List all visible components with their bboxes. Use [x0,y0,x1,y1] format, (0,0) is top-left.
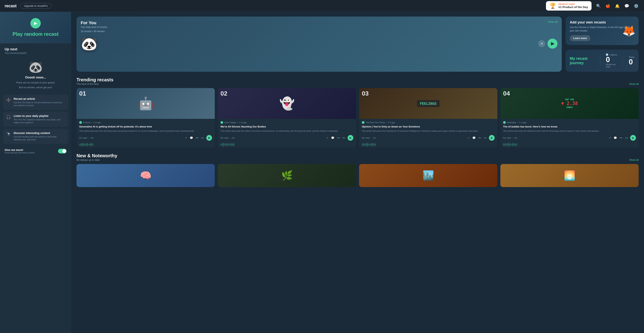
trending-card-0[interactable]: 🤖 01 F Fortune • 1 w ago Generative AI i… [76,88,215,148]
card-img-3: S&P 500 ▼ 2.38 INDEX [500,88,638,119]
share-button-1[interactable]: ↗ [325,136,329,140]
card-body-1: G Grim Tidings • 1 w ago We're All Ghost… [218,119,356,135]
card-actions-1: ↗ 💬 ••• ≡+ ▶ [325,135,353,141]
more-button-3[interactable]: ••• [619,136,623,140]
ph-title: #1 Product of the Day [558,6,588,9]
ghost-icon: 👻 [279,96,295,111]
comment-button-3[interactable]: 💬 [613,136,618,140]
share-button-3[interactable]: ↗ [608,136,612,140]
card-desc-1: This article discusses the nature of hum… [220,130,353,132]
more-button-1[interactable]: ••• [336,136,341,140]
new-noteworthy-show-all[interactable]: Show all [629,158,638,161]
card-play-button-3[interactable]: ▶ [630,135,636,141]
new-noteworthy-section: New & Noteworthy Be always up to date Sh… [76,153,638,187]
card-img-wrapper-0: 🤖 01 [76,88,215,119]
random-label: Play random recast [12,31,59,37]
add-recasts-panel: Add your own recasts Use the Chrome or S… [566,16,638,45]
card-play-button-2[interactable]: ▶ [489,135,495,141]
play-random-button[interactable]: ▶ [30,18,41,28]
daily-playlist-action[interactable]: 🎧 Listen to your daily playlist The "For… [3,112,68,127]
source-dot-1: G [220,121,223,124]
share-button-0[interactable]: ↗ [184,136,188,140]
card-num-2: 03 [362,90,369,97]
comment-button-0[interactable]: 💬 [189,136,194,140]
give-more-toggle[interactable] [58,149,66,154]
new-card-1[interactable]: 🌿 [218,164,356,187]
apple-button[interactable]: 🍎 [605,3,611,9]
journey-title: My recast journey [570,56,594,65]
comment-button-1[interactable]: 💬 [330,136,335,140]
for-you-header: For You Your daily dose of recasts Show … [81,20,558,28]
card-footer-1: 8m read → 2m ↗ 💬 ••• ≡+ ▶ [218,135,356,143]
card-title-3: The AI bubble has burst. Here's how we k… [503,125,636,128]
search-button[interactable]: 🔍 [595,3,602,9]
new-card-0[interactable]: 🧠 [76,164,215,187]
action-desc-1: The "For You" playlist is tailored to yo… [14,118,65,124]
lifetime-stat: 🔄 Lifetime 0 Words not read [606,54,617,68]
card-img-2: FEELINGS [359,88,497,119]
card-play-button-0[interactable]: ▶ [206,135,212,141]
right-panels: Add your own recasts Use the Chrome or S… [566,16,638,72]
upnext-subtitle: Your personal playlist [4,52,66,54]
trending-card-3[interactable]: S&P 500 ▼ 2.38 INDEX 04 M Mashable • [500,88,638,148]
message-button[interactable]: 💬 [624,3,630,9]
settings-button[interactable]: ⚙️ [633,3,640,9]
queue-add-button-1[interactable]: ≡+ [342,136,346,140]
card-actions-3: ↗ 💬 ••• ≡+ ▶ [608,135,636,141]
give-more-row: Give me more! Keep playing interesting r… [0,146,71,158]
headphones-icon: 🎧 [6,115,11,120]
play-button[interactable]: ▶ [548,39,558,49]
card-play-button-1[interactable]: ▶ [348,135,353,141]
recast-article-action[interactable]: ➕ Recast an article Use the iOS sheet or… [3,94,68,110]
card-waveform-3 [500,143,638,148]
today-num: 0 [629,58,633,66]
for-you-subtitle: Your daily dose of recasts [81,26,107,28]
random-recast-section[interactable]: ▶ Play random recast [0,12,71,43]
card-desc-2: This article discusses the importance of… [362,130,495,132]
more-button-0[interactable]: ••• [195,136,199,140]
for-you-show-all[interactable]: Show all [548,20,558,23]
trending-card-2[interactable]: FEELINGS 03 N The New York Times • 3 d a… [359,88,497,148]
share-button-2[interactable]: ↗ [466,136,470,140]
card-desc-3: This article discusses the disillusionme… [503,130,636,132]
action-title-2: Discover interesting content [14,132,65,134]
new-card-3[interactable]: 🌅 [500,164,638,187]
give-more-sub: Keep playing interesting recasts. [4,152,56,154]
card-actions-2: ↗ 💬 ••• ≡+ ▶ [466,135,495,141]
upnext-title: Up next [4,47,66,51]
card-meta-0: F Fortune • 1 w ago [79,121,212,124]
comment-button-2[interactable]: 💬 [472,136,476,140]
card-img-1: 👻 [218,88,356,119]
player-mascot: 🐼 [81,36,98,52]
queue-add-button-3[interactable]: ≡+ [624,136,629,140]
card-num-1: 02 [220,90,228,97]
plus-icon: ➕ [6,98,11,102]
trending-card-1[interactable]: 👻 02 G Grim Tidings • 1 w ago We're All … [218,88,356,148]
card-img-wrapper-2: FEELINGS 03 [359,88,497,119]
stocks-display: S&P 500 ▼ 2.38 INDEX [561,98,578,109]
today-stat: Today 0 [629,56,634,66]
queue-add-button-2[interactable]: ≡+ [483,136,488,140]
card-waveform-2 [359,143,497,148]
card-meta-1: G Grim Tidings • 1 w ago [220,121,353,124]
more-button-2[interactable]: ••• [478,136,482,140]
sidebar: ▶ Play random recast Up next Your person… [0,12,71,333]
card-meta-3: M Mashable • 1 w ago [503,121,636,124]
for-you-section: For You Your daily dose of recasts Show … [76,16,638,72]
action-title-0: Recast an article [14,97,65,100]
queue-button[interactable]: ≡ [538,40,545,47]
sidebar-actions: ➕ Recast an article Use the iOS sheet or… [0,93,71,146]
learn-more-button[interactable]: Learn more [570,35,590,41]
card-img-wrapper-3: S&P 500 ▼ 2.38 INDEX 04 [500,88,638,119]
trending-show-all[interactable]: Show all [629,82,638,85]
card-meta-2: N The New York Times • 3 d ago [362,121,495,124]
journey-divider [600,56,600,66]
bell-button[interactable]: 🔔 [614,3,620,9]
discover-action[interactable]: 🔭 Discover interesting content Use the t… [3,129,68,144]
card-desc-0: This article discusses the declining hyp… [79,130,212,132]
new-card-2[interactable]: 🏙️ [359,164,497,187]
card-img-0: 🤖 [76,88,215,119]
card-waveform-1 [218,143,356,148]
upgrade-button[interactable]: Upgrade to recastPro [20,3,52,9]
queue-add-button-0[interactable]: ≡+ [200,136,205,140]
